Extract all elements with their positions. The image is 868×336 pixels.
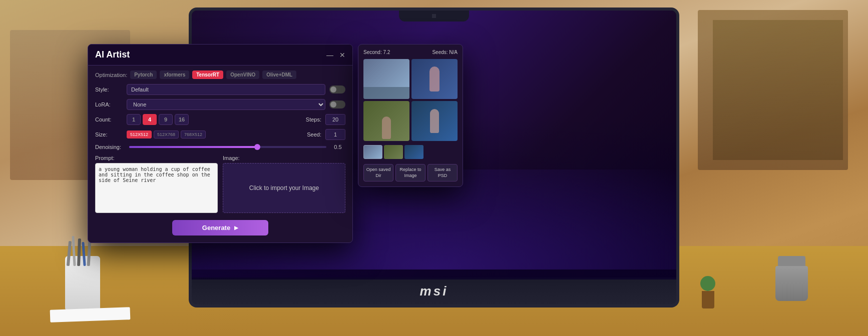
optimization-label: Optimization: bbox=[95, 72, 127, 78]
count-1[interactable]: 1 bbox=[127, 114, 141, 125]
result-img-2[interactable] bbox=[411, 59, 458, 99]
background: msi AI Artist — ✕ Optimization: Pytorch … bbox=[0, 0, 868, 336]
opt-xformers[interactable]: xformers bbox=[160, 70, 189, 79]
image-section: Image: Click to import your Image bbox=[223, 155, 345, 215]
style-label: Style: bbox=[95, 86, 123, 92]
result-img-4-inner bbox=[411, 101, 458, 141]
lora-toggle[interactable] bbox=[329, 100, 345, 108]
opt-pytorch[interactable]: Pytorch bbox=[130, 70, 157, 79]
bottom-buttons: Open savedDir Replace toImage Save asPSD bbox=[363, 164, 458, 182]
prompt-label: Prompt: bbox=[95, 155, 218, 161]
count-buttons: 1 4 9 16 bbox=[127, 114, 189, 125]
size-label: Size: bbox=[95, 132, 123, 138]
title-bar: AI Artist — ✕ bbox=[88, 44, 352, 66]
results-meta: Second: 7.2 Seeds: N/A bbox=[363, 50, 458, 55]
generate-row: Generate ▶ bbox=[95, 220, 345, 236]
style-row: Style: bbox=[95, 84, 345, 95]
prompt-section: Prompt: a young woman holding a cup of c… bbox=[95, 155, 218, 215]
denoising-label: Denoising: bbox=[95, 144, 125, 150]
slider-thumb[interactable] bbox=[254, 144, 260, 150]
optimization-row: Optimization: Pytorch xformers TensorRT … bbox=[95, 70, 345, 79]
bookshelf-shelves bbox=[713, 20, 843, 160]
image-drop-area[interactable]: Click to import your Image bbox=[223, 163, 345, 213]
second-label: Second: 7.2 bbox=[363, 50, 390, 55]
generate-arrow-icon: ▶ bbox=[234, 225, 238, 230]
seed-label: Seed: bbox=[307, 132, 321, 138]
result-img-3[interactable] bbox=[363, 101, 409, 141]
thumbnail-row bbox=[363, 145, 458, 159]
msi-logo-text: msi bbox=[420, 284, 449, 299]
save-psd-button[interactable]: Save asPSD bbox=[427, 164, 458, 182]
prompt-image-row: Prompt: a young woman holding a cup of c… bbox=[95, 155, 345, 215]
count-steps-row: Count: 1 4 9 16 Steps: bbox=[95, 114, 345, 125]
replace-image-button[interactable]: Replace toImage bbox=[395, 164, 425, 182]
result-img-1-inner bbox=[363, 59, 409, 99]
opt-tensorrt[interactable]: TensorRT bbox=[192, 70, 223, 79]
steps-input[interactable] bbox=[325, 114, 345, 125]
webcam-bar bbox=[399, 10, 469, 22]
window-controls: — ✕ bbox=[326, 52, 345, 58]
webcam-dot bbox=[432, 14, 436, 18]
opt-openvino[interactable]: OpenVINO bbox=[226, 70, 259, 79]
size-512x512[interactable]: 512X512 bbox=[127, 130, 152, 138]
generate-button[interactable]: Generate ▶ bbox=[172, 220, 268, 236]
seeds-label: Seeds: N/A bbox=[432, 50, 458, 55]
image-drop-text: Click to import your Image bbox=[249, 184, 319, 192]
opt-olive-dml[interactable]: Olive+DML bbox=[262, 70, 296, 79]
steps-label: Steps: bbox=[306, 116, 321, 122]
style-input[interactable] bbox=[127, 84, 325, 95]
style-toggle[interactable] bbox=[329, 86, 345, 94]
denoising-slider[interactable] bbox=[129, 146, 326, 148]
count-16[interactable]: 16 bbox=[175, 114, 189, 125]
size-512x768[interactable]: 512X768 bbox=[154, 130, 179, 138]
slider-fill bbox=[129, 146, 257, 148]
count-9[interactable]: 9 bbox=[159, 114, 173, 125]
app-window: AI Artist — ✕ Optimization: Pytorch xfor… bbox=[88, 44, 353, 243]
size-seed-row: Size: 512X512 512X768 768X512 Seed: bbox=[95, 129, 345, 140]
result-img-1[interactable] bbox=[363, 59, 409, 99]
thumbnail-3[interactable] bbox=[404, 145, 423, 159]
plant bbox=[698, 276, 718, 306]
lora-row: LoRA: None bbox=[95, 99, 345, 110]
result-img-3-inner bbox=[363, 101, 409, 141]
thumbnail-2[interactable] bbox=[384, 145, 403, 159]
lora-label: LoRA: bbox=[95, 102, 123, 108]
minimize-button[interactable]: — bbox=[326, 52, 333, 58]
size-768x512[interactable]: 768X512 bbox=[181, 130, 206, 138]
seed-input[interactable] bbox=[325, 129, 345, 140]
count-label: Count: bbox=[95, 116, 123, 122]
close-button[interactable]: ✕ bbox=[339, 52, 345, 58]
laptop-bottom-bar: msi bbox=[189, 278, 679, 308]
count-4[interactable]: 4 bbox=[143, 114, 157, 125]
result-img-4[interactable] bbox=[411, 101, 458, 141]
prompt-textarea[interactable]: a young woman holding a cup of coffee an… bbox=[95, 163, 218, 213]
image-label: Image: bbox=[223, 155, 345, 161]
denoising-row: Denoising: 0.5 bbox=[95, 144, 345, 150]
coffee-cup bbox=[775, 256, 808, 301]
lora-select[interactable]: None bbox=[127, 99, 325, 110]
results-panel: Second: 7.2 Seeds: N/A bbox=[358, 44, 463, 187]
app-title: AI Artist bbox=[95, 50, 130, 60]
thumbnail-1[interactable] bbox=[363, 145, 382, 159]
results-grid bbox=[363, 59, 458, 141]
size-buttons: 512X512 512X768 768X512 bbox=[127, 130, 206, 138]
open-saved-dir-button[interactable]: Open savedDir bbox=[363, 164, 393, 182]
result-img-2-inner bbox=[411, 59, 458, 99]
pencil-holder bbox=[65, 256, 100, 311]
app-content: Optimization: Pytorch xformers TensorRT … bbox=[88, 66, 352, 242]
denoising-value: 0.5 bbox=[330, 144, 345, 150]
